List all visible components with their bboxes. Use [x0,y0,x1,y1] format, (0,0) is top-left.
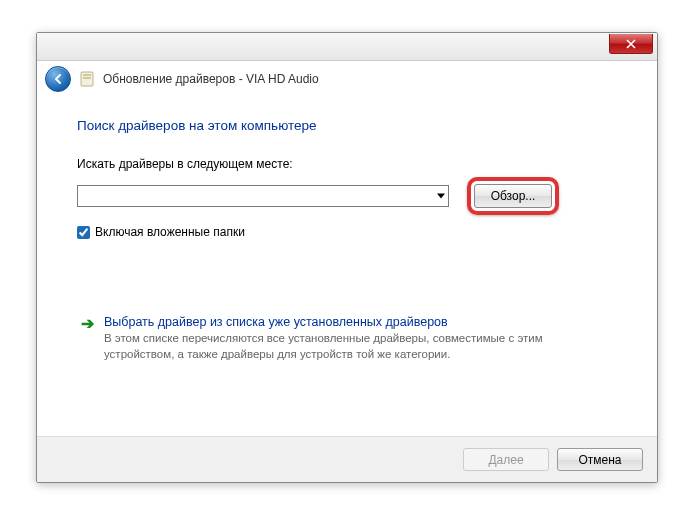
path-input[interactable] [77,185,449,207]
path-label: Искать драйверы в следующем месте: [77,157,617,171]
subfolders-row: Включая вложенные папки [77,225,617,239]
device-icon [79,71,95,87]
option-title: Выбрать драйвер из списка уже установлен… [104,315,613,329]
path-combobox[interactable] [77,185,449,207]
dialog-footer: Далее Отмена [37,436,657,482]
content-area: Поиск драйверов на этом компьютере Искат… [37,96,657,368]
pick-from-list-option[interactable]: ➔ Выбрать драйвер из списка уже установл… [77,309,617,368]
window-title: Обновление драйверов - VIA HD Audio [103,72,319,86]
svg-rect-1 [83,74,91,76]
titlebar [37,33,657,61]
next-button[interactable]: Далее [463,448,549,471]
svg-rect-2 [83,77,91,79]
include-subfolders-label: Включая вложенные папки [95,225,245,239]
arrow-right-icon: ➔ [81,315,94,362]
option-text: Выбрать драйвер из списка уже установлен… [104,315,613,362]
browse-button[interactable]: Обзор... [474,184,552,208]
close-icon [626,39,636,49]
include-subfolders-checkbox[interactable] [77,226,90,239]
close-button[interactable] [609,34,653,54]
page-heading: Поиск драйверов на этом компьютере [77,118,617,133]
highlight-annotation: Обзор... [467,177,559,215]
dialog-window: Обновление драйверов - VIA HD Audio Поис… [36,32,658,483]
option-description: В этом списке перечисляются все установл… [104,331,613,362]
back-button[interactable] [45,66,71,92]
arrow-left-icon [51,72,65,86]
path-row: Обзор... [77,177,617,215]
cancel-button[interactable]: Отмена [557,448,643,471]
nav-bar: Обновление драйверов - VIA HD Audio [37,61,657,96]
